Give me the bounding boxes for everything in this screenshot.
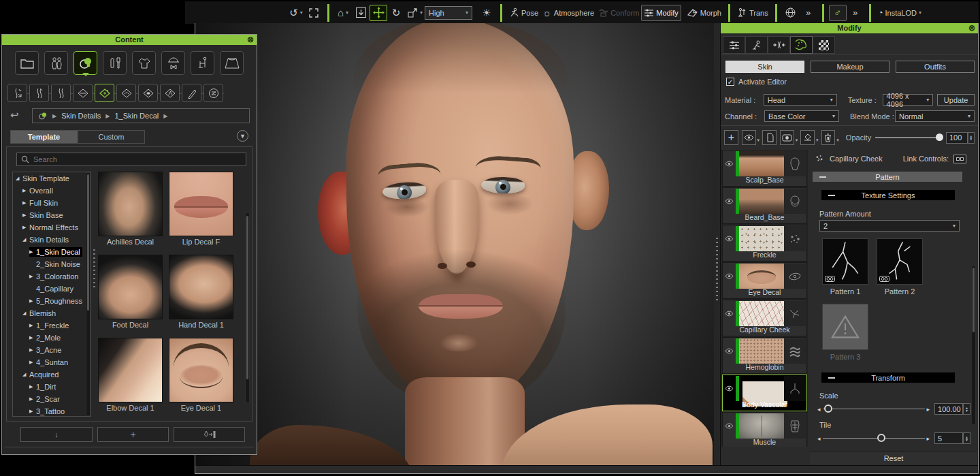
category-makeup-button[interactable] bbox=[103, 51, 127, 75]
layer-row-hemoglobin[interactable]: Hemoglobin bbox=[722, 337, 807, 374]
pattern-amount-select[interactable]: 2 ▾ bbox=[819, 220, 960, 232]
fullscreen-button[interactable] bbox=[305, 5, 323, 21]
subcat-normal-button[interactable] bbox=[116, 84, 136, 102]
tree-item[interactable]: Full Skin bbox=[13, 197, 91, 209]
expand-icon[interactable] bbox=[22, 372, 29, 377]
tree-item[interactable]: 4_Capillary bbox=[13, 283, 91, 295]
visibility-eye-icon[interactable] bbox=[723, 375, 736, 401]
expand-icon[interactable] bbox=[29, 249, 36, 255]
layer-row-capillary-cheek[interactable]: Capillary Cheek bbox=[722, 300, 807, 336]
tree-grid-splitter[interactable] bbox=[93, 249, 95, 290]
category-prop-button[interactable] bbox=[191, 51, 214, 75]
scrollbar-thumb[interactable] bbox=[87, 174, 89, 311]
expand-icon[interactable] bbox=[29, 274, 36, 279]
properties-scrollbar[interactable] bbox=[971, 266, 976, 425]
tree-item[interactable]: 3_Acne bbox=[13, 344, 91, 356]
opacity-slider-knob[interactable] bbox=[936, 133, 943, 141]
expand-icon[interactable] bbox=[29, 298, 36, 304]
update-button[interactable]: Update bbox=[937, 94, 975, 106]
scale-slider[interactable] bbox=[823, 409, 925, 409]
expand-icon[interactable] bbox=[29, 335, 36, 340]
scale-tool-button[interactable]: ▾ bbox=[405, 5, 425, 21]
asset-item[interactable]: Eye Decal 1 bbox=[169, 338, 233, 412]
subcat-body-button[interactable] bbox=[51, 84, 71, 102]
subcat-body-detail-button[interactable] bbox=[29, 84, 49, 102]
visibility-eye-icon[interactable] bbox=[723, 188, 736, 214]
category-accessory-button[interactable] bbox=[161, 51, 185, 75]
tile-spinner[interactable]: ▲▼ bbox=[963, 432, 970, 444]
subcat-skin-preset-button[interactable] bbox=[7, 84, 27, 102]
tree-item[interactable]: Overall bbox=[13, 185, 91, 197]
tree-item[interactable]: 1_Dirt bbox=[13, 381, 91, 393]
splitter-grip[interactable] bbox=[716, 238, 718, 300]
tree-item-selected[interactable]: 1_Skin Decal bbox=[13, 246, 91, 258]
visibility-eye-icon[interactable] bbox=[723, 150, 736, 176]
add-content-button[interactable]: + bbox=[97, 427, 169, 442]
tree-item[interactable]: Blemish bbox=[13, 307, 91, 319]
download-button[interactable]: ↓ bbox=[20, 427, 93, 442]
breadcrumb-root[interactable]: Skin Details bbox=[61, 112, 101, 120]
expand-icon[interactable] bbox=[29, 384, 36, 390]
close-icon[interactable]: ⊗ bbox=[247, 35, 254, 45]
tab-custom[interactable]: Custom bbox=[78, 130, 145, 144]
delete-layer-button[interactable] bbox=[821, 130, 836, 145]
tree-item[interactable]: 2_Scar bbox=[13, 393, 91, 405]
layer-row-beard-base[interactable]: Beard_Base bbox=[722, 187, 807, 224]
morph-button[interactable]: Morph bbox=[685, 5, 723, 21]
asset-thumbnail[interactable] bbox=[169, 172, 233, 236]
tab-morph[interactable] bbox=[768, 36, 790, 54]
expand-icon[interactable] bbox=[29, 347, 36, 353]
expand-icon[interactable] bbox=[22, 237, 29, 242]
scale-spinner[interactable]: ▲▼ bbox=[963, 403, 970, 415]
slider-right-arrow[interactable]: ▸ bbox=[927, 406, 930, 413]
activate-editor-checkbox[interactable] bbox=[726, 78, 734, 86]
expand-icon[interactable] bbox=[22, 188, 29, 193]
scrollbar-thumb[interactable] bbox=[246, 216, 248, 379]
tree-item[interactable]: 3_Coloration bbox=[13, 270, 91, 283]
modify-button[interactable]: Modify bbox=[641, 5, 681, 21]
atmosphere-button[interactable]: ☼ Atmosphere bbox=[540, 5, 596, 21]
expand-icon[interactable] bbox=[16, 176, 22, 181]
expand-icon[interactable] bbox=[22, 311, 29, 316]
viewport-3d[interactable] bbox=[195, 23, 714, 465]
layer-row-muscle[interactable]: Muscle bbox=[722, 412, 807, 447]
subcat-skin-decal-button[interactable] bbox=[95, 84, 114, 102]
tree-item[interactable]: Skin Base bbox=[13, 209, 91, 221]
back-icon[interactable]: ↩ bbox=[10, 109, 19, 121]
outfits-category-button[interactable]: Outfits bbox=[896, 61, 975, 73]
reset-camera-button[interactable]: ↺▾ bbox=[287, 5, 305, 21]
pose-button[interactable]: Pose bbox=[507, 5, 540, 21]
slider-right-arrow[interactable]: ▸ bbox=[927, 435, 930, 442]
slider-left-arrow[interactable]: ◂ bbox=[817, 435, 821, 442]
asset-thumbnail[interactable] bbox=[169, 338, 233, 402]
subcat-layers-button[interactable] bbox=[73, 84, 93, 102]
scale-value[interactable]: 100.00 bbox=[934, 403, 963, 415]
category-project-button[interactable] bbox=[15, 51, 39, 75]
blend-mode-select[interactable]: Normal▾ bbox=[895, 110, 975, 122]
material-select[interactable]: Head▾ bbox=[764, 94, 837, 106]
move-tool-button[interactable] bbox=[370, 5, 387, 21]
pattern-1-thumbnail[interactable] bbox=[822, 238, 868, 285]
tree-item[interactable]: Normal Effects bbox=[13, 221, 91, 234]
grid-scrollbar[interactable] bbox=[245, 212, 250, 403]
tab-pose[interactable] bbox=[745, 36, 768, 54]
pattern-2-thumbnail[interactable] bbox=[877, 238, 923, 285]
visibility-eye-icon[interactable] bbox=[723, 338, 736, 364]
add-layer-button[interactable]: + bbox=[724, 130, 738, 145]
tile-slider-knob[interactable] bbox=[877, 434, 885, 442]
tree-item[interactable]: 2_Skin Noise bbox=[13, 258, 91, 270]
mask-button[interactable] bbox=[780, 130, 794, 145]
frame-selected-button[interactable] bbox=[352, 5, 370, 21]
subcat-character-style-button[interactable] bbox=[203, 84, 223, 102]
asset-item[interactable]: Hand Decal 1 bbox=[169, 255, 233, 329]
instalod-button[interactable]: ◔ InstaLOD ▾ bbox=[876, 5, 924, 21]
close-icon[interactable]: ⊗ bbox=[968, 23, 975, 33]
asset-item[interactable]: Foot Decal bbox=[98, 255, 163, 329]
expand-icon[interactable] bbox=[22, 225, 29, 230]
online-content-button[interactable] bbox=[782, 5, 800, 21]
tree-item[interactable]: Skin Details bbox=[13, 234, 91, 246]
visibility-eye-icon[interactable] bbox=[723, 300, 736, 326]
expand-icon[interactable] bbox=[29, 360, 36, 365]
asset-thumbnail[interactable] bbox=[98, 338, 163, 402]
skin-category-button[interactable]: Skin bbox=[725, 61, 804, 73]
